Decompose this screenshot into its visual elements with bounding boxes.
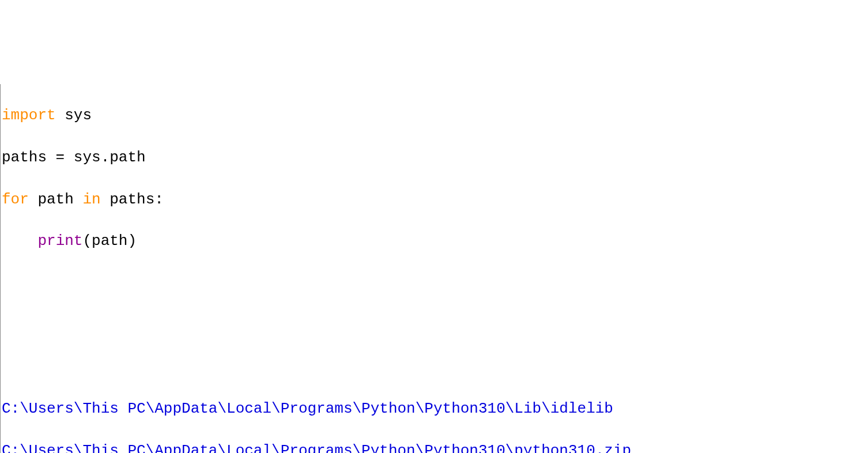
code-text: sys [56,107,92,124]
code-line-4[interactable]: print(path) [2,231,868,251]
keyword-import: import [2,107,56,124]
blank-line[interactable] [2,357,868,378]
output-line-1[interactable]: C:\Users\This PC\AppData\Local\Programs\… [2,398,868,419]
builtin-print: print [37,232,82,250]
keyword-in: in [82,191,100,208]
blank-line[interactable] [2,273,868,293]
code-text: (path) [82,232,137,250]
code-line-2[interactable]: paths = sys.path [2,147,868,168]
code-line-3[interactable]: for path in paths: [2,189,868,210]
code-text: paths: [101,191,164,208]
blank-line[interactable] [2,315,868,335]
code-line-1[interactable]: import sys [2,105,868,126]
keyword-for: for [2,191,29,208]
code-text: path [29,191,83,208]
code-editor[interactable]: import sys paths = sys.path for path in … [0,84,868,453]
output-line-2[interactable]: C:\Users\This PC\AppData\Local\Programs\… [2,440,868,453]
code-indent [2,232,37,250]
